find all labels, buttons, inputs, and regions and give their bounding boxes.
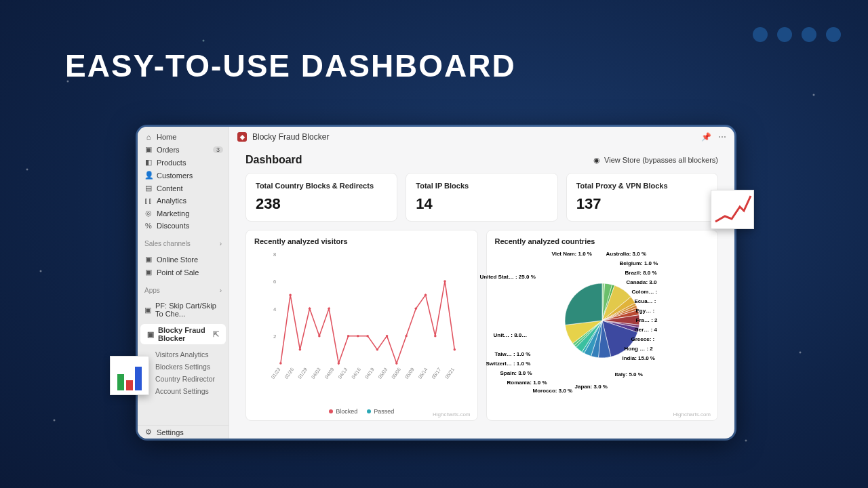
view-store-link[interactable]: ◉ View Store (bypasses all blockers) (593, 156, 718, 165)
titlebar: ◆ Blocky Fraud Blocker 📌 ⋯ (229, 127, 734, 147)
eye-icon: ◉ (593, 156, 600, 165)
decorative-dots (753, 27, 841, 42)
svg-point-21 (443, 280, 446, 283)
card-label: Total IP Blocks (416, 182, 547, 190)
sidebar-item-analytics[interactable]: ⫿⫿Analytics (138, 195, 229, 207)
svg-text:2: 2 (273, 333, 276, 340)
card-label: Total Proxy & VPN Blocks (576, 182, 708, 190)
card-value: 137 (576, 195, 708, 213)
sidebar-item-marketing[interactable]: ◎Marketing (138, 207, 229, 220)
app-name: Blocky Fraud Blocker (252, 132, 329, 142)
chevron-right-icon: › (220, 287, 222, 294)
svg-point-11 (347, 335, 350, 338)
svg-text:05/09: 05/09 (404, 367, 416, 380)
sidebar: ⌂Home▣Orders3◧Products👤Customers▤Content… (138, 127, 229, 439)
chevron-right-icon: › (220, 240, 222, 247)
svg-text:8: 8 (273, 251, 276, 258)
svg-text:04/19: 04/19 (364, 367, 376, 380)
decorative-line-icon (711, 190, 754, 229)
panel-countries: Recently analyzed countries Viet Nam: 1.… (486, 230, 719, 421)
svg-point-15 (386, 335, 389, 338)
sidebar-item-label: Content (157, 184, 183, 192)
pie-label: United Stat… : 25.0 % (480, 274, 536, 280)
svg-point-19 (425, 293, 427, 296)
menu-icon: 👤 (144, 171, 153, 180)
page-title: Dashboard (245, 154, 302, 166)
svg-point-16 (395, 362, 398, 365)
sidebar-item-label: Point of Sale (157, 268, 199, 277)
chart-credit: Highcharts.com (433, 411, 471, 418)
pie-label: Unit… : 8.0… (494, 332, 528, 338)
svg-point-17 (405, 335, 408, 338)
more-icon[interactable]: ⋯ (718, 132, 726, 142)
sidebar-head-apps: Apps› (138, 283, 229, 296)
svg-point-22 (454, 348, 456, 351)
sidebar-item-discounts[interactable]: %Discounts (138, 220, 229, 232)
sidebar-sub-item[interactable]: Visitors Analytics (138, 348, 229, 361)
svg-point-9 (328, 308, 330, 310)
pin-icon[interactable]: 📌 (701, 132, 711, 142)
svg-text:01/26: 01/26 (283, 367, 295, 380)
sidebar-item-home[interactable]: ⌂Home (138, 131, 229, 143)
sidebar-item-settings[interactable]: ⚙ Settings (138, 426, 229, 439)
pin-icon[interactable]: ⇱ (213, 330, 219, 339)
svg-point-13 (366, 335, 369, 338)
app-logo-icon: ◆ (237, 132, 247, 142)
svg-text:04/13: 04/13 (337, 367, 349, 380)
sidebar-item-customers[interactable]: 👤Customers (138, 169, 229, 182)
sidebar-item-label: Home (157, 133, 176, 141)
sidebar-item-label: Discounts (157, 222, 189, 230)
countries-pie-chart (555, 249, 650, 392)
svg-text:05/21: 05/21 (444, 367, 456, 380)
menu-icon: ◧ (144, 158, 153, 167)
svg-point-5 (289, 293, 292, 296)
svg-point-4 (279, 362, 282, 365)
svg-point-18 (415, 308, 418, 310)
sidebar-item-products[interactable]: ◧Products (138, 156, 229, 169)
sidebar-item-channel[interactable]: ▣Point of Sale (138, 266, 229, 279)
svg-text:6: 6 (273, 279, 276, 285)
app-window: ⌂Home▣Orders3◧Products👤Customers▤Content… (138, 127, 734, 439)
main-area: ◆ Blocky Fraud Blocker 📌 ⋯ Dashboard ◉ V… (229, 127, 734, 439)
card-value: 14 (416, 195, 547, 213)
svg-point-7 (309, 308, 311, 310)
sidebar-sub-item[interactable]: Account Settings (138, 385, 229, 397)
metric-card: Total Country Blocks & Redirects238 (245, 173, 397, 222)
svg-text:4: 4 (273, 306, 277, 312)
pie-label: Taiw… : 1.0 % (495, 351, 531, 357)
sidebar-item-current-app[interactable]: ▣ Blocky Fraud Blocker ⇱ (140, 324, 226, 344)
pie-label: Romania: 1.0 % (507, 380, 547, 386)
card-label: Total Country Blocks & Redirects (256, 182, 387, 190)
sidebar-item-label: Analytics (157, 197, 186, 205)
sidebar-item-label: Products (157, 159, 186, 167)
sidebar-item-orders[interactable]: ▣Orders3 (138, 143, 229, 156)
app-icon: ▣ (147, 330, 154, 339)
sidebar-item-label: Settings (157, 428, 184, 436)
svg-point-12 (357, 335, 359, 338)
sidebar-item-channel[interactable]: ▣Online Store (138, 253, 229, 266)
panel-visitors: Recently analyzed visitors 246801/2301/2… (245, 230, 478, 421)
menu-icon: % (144, 222, 153, 230)
menu-icon: ⌂ (144, 133, 153, 141)
panel-title: Recently analyzed visitors (254, 237, 469, 245)
sidebar-sub-item[interactable]: Blockers Settings (138, 361, 229, 373)
sidebar-item-label: Orders (157, 146, 180, 154)
svg-point-14 (376, 348, 379, 351)
sidebar-item-content[interactable]: ▤Content (138, 182, 229, 195)
card-value: 238 (256, 195, 387, 213)
metric-card: Total Proxy & VPN Blocks137 (566, 173, 718, 222)
svg-text:04/03: 04/03 (311, 367, 322, 380)
svg-point-20 (434, 335, 437, 338)
svg-text:04/09: 04/09 (324, 367, 336, 380)
sidebar-sub-item[interactable]: Country Redirector (138, 373, 229, 385)
pie-label: Switzerl… : 1.0 % (486, 361, 531, 367)
hero-title: EASY-TO-USE DASHBOARD (65, 47, 516, 84)
menu-icon: ◎ (144, 209, 153, 218)
menu-icon: ▣ (144, 306, 151, 314)
sidebar-item-app[interactable]: ▣PF: Skip Cart/Skip To Che... (138, 300, 229, 320)
menu-icon: ⫿⫿ (144, 197, 153, 205)
svg-text:05/06: 05/06 (391, 367, 402, 380)
menu-icon: ▣ (144, 268, 153, 277)
gear-icon: ⚙ (144, 428, 153, 436)
menu-icon: ▤ (144, 184, 153, 192)
